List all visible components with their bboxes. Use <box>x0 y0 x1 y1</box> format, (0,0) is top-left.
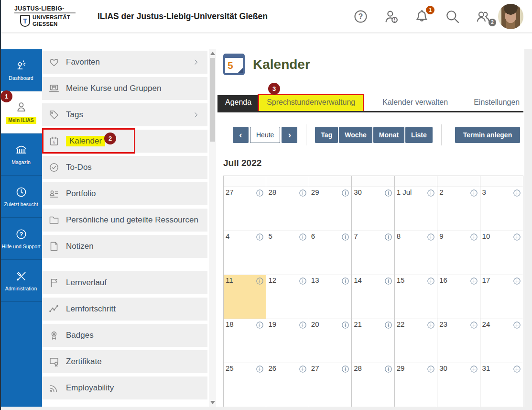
menu-item-meine-kurse-und-gruppen[interactable]: Meine Kurse und Gruppen <box>42 77 207 100</box>
add-appointment-icon[interactable] <box>426 321 435 330</box>
calendar-day-8[interactable]: 8 <box>395 231 437 275</box>
add-appointment-icon[interactable] <box>298 321 307 330</box>
header-help-icon[interactable]: ? <box>352 8 369 25</box>
tab-kalender-verwalten[interactable]: Kalender verwalten <box>375 95 456 111</box>
calendar-day-12[interactable]: 12 <box>266 275 309 319</box>
rail-item-administration[interactable]: Administration <box>0 260 42 302</box>
calendar-day-28[interactable]: 28 <box>352 363 394 407</box>
rail-item-zuletzt-besucht[interactable]: Zuletzt besucht <box>0 176 42 218</box>
menu-item-tags[interactable]: Tags <box>42 103 207 126</box>
calendar-day-5[interactable]: 5 <box>266 231 309 275</box>
rail-item-magazin[interactable]: Magazin <box>0 133 42 176</box>
calendar-day-13[interactable]: 13 <box>309 275 352 319</box>
add-appointment-icon[interactable] <box>469 188 478 198</box>
add-appointment-icon[interactable] <box>298 277 307 286</box>
calendar-day-4[interactable]: 4 <box>224 231 266 275</box>
add-appointment-icon[interactable] <box>384 188 393 198</box>
view-button-monat[interactable]: Monat <box>373 127 404 143</box>
menu-item-portfolio[interactable]: Portfolio <box>42 182 207 205</box>
add-appointment-icon[interactable] <box>469 365 478 374</box>
add-appointment-icon[interactable] <box>512 277 521 286</box>
add-appointment-icon[interactable] <box>341 233 350 242</box>
calendar-day-30[interactable]: 30 <box>352 187 394 231</box>
menu-item-lernverlauf[interactable]: Lernverlauf <box>42 271 207 294</box>
add-appointment-icon[interactable] <box>384 277 393 286</box>
header-notifications-icon[interactable]: 1 <box>413 8 430 25</box>
tab-agenda[interactable]: Agenda <box>217 95 259 111</box>
add-appointment-icon[interactable] <box>426 277 435 286</box>
menu-item-employability[interactable]: Employability <box>42 377 207 399</box>
add-appointment-icon[interactable] <box>255 233 264 242</box>
rail-item-hilfe-und-support[interactable]: ? Hilfe und Support <box>0 218 42 260</box>
add-appointment-icon[interactable] <box>512 321 521 330</box>
add-appointment-icon[interactable] <box>255 277 264 286</box>
calendar-day-27[interactable]: 27 <box>309 363 352 407</box>
add-appointment-icon[interactable] <box>384 233 393 242</box>
calendar-day-31[interactable]: 31 <box>480 363 523 407</box>
add-appointment-icon[interactable] <box>512 188 521 198</box>
calendar-day-16[interactable]: 16 <box>437 275 480 319</box>
calendar-day-26[interactable]: 26 <box>266 363 309 407</box>
calendar-day-28[interactable]: 28 <box>266 187 309 231</box>
calendar-day-29[interactable]: 29 <box>309 187 352 231</box>
add-appointment-icon[interactable] <box>298 233 307 242</box>
view-button-liste[interactable]: Liste <box>405 127 433 143</box>
menu-item-to-dos[interactable]: To-Dos <box>42 156 207 179</box>
header-contacts-awareness-icon[interactable]: ! <box>383 8 400 25</box>
menu-item-kalender[interactable]: 6 Kalender <box>42 130 207 153</box>
tab-einstellungen[interactable]: Einstellungen <box>466 95 524 111</box>
menu-item-badges[interactable]: Badges <box>42 324 207 347</box>
today-button[interactable]: Heute <box>250 127 280 143</box>
calendar-day-6[interactable]: 6 <box>309 231 352 275</box>
add-appointment-icon[interactable] <box>426 188 435 198</box>
add-appointment-icon[interactable] <box>469 277 478 286</box>
add-appointment-icon[interactable] <box>384 365 393 374</box>
calendar-day-14[interactable]: 14 <box>352 275 394 319</box>
rail-item-dashboard[interactable]: Dashboard <box>0 49 42 91</box>
add-appointment-icon[interactable] <box>341 321 350 330</box>
header-search-icon[interactable] <box>444 8 461 25</box>
user-avatar[interactable] <box>498 4 523 29</box>
tab-sprechstundenverwaltung[interactable]: Sprechstundenverwaltung <box>259 95 363 111</box>
calendar-day-24[interactable]: 24 <box>480 319 523 363</box>
add-appointment-icon[interactable] <box>426 365 435 374</box>
menu-item-persönliche-und-geteilte-ressourcen[interactable]: Persönliche und geteilte Ressourcen <box>42 209 207 232</box>
calendar-day-9[interactable]: 9 <box>437 231 480 275</box>
menu-scrollbar[interactable] <box>209 49 216 407</box>
header-online-users-icon[interactable]: 2 <box>475 8 491 25</box>
calendar-day-11[interactable]: 11 <box>224 275 266 319</box>
calendar-day-7[interactable]: 7 <box>352 231 394 275</box>
calendar-day-30[interactable]: 30 <box>437 363 480 407</box>
menu-item-zertifikate[interactable]: Zertifikate <box>42 350 207 373</box>
add-appointment-icon[interactable] <box>426 233 435 242</box>
add-appointment-icon[interactable] <box>298 188 307 198</box>
add-appointment-icon[interactable] <box>469 233 478 242</box>
next-period-button[interactable]: › <box>282 127 297 143</box>
calendar-day-25[interactable]: 25 <box>224 363 266 407</box>
calendar-day-18[interactable]: 18 <box>224 319 266 363</box>
scrollbar-thumb[interactable] <box>210 58 215 142</box>
calendar-day-19[interactable]: 19 <box>266 319 309 363</box>
calendar-day-27[interactable]: 27 <box>224 187 266 231</box>
add-appointment-icon[interactable] <box>512 233 521 242</box>
add-appointment-icon[interactable] <box>255 365 264 374</box>
menu-item-notizen[interactable]: Notizen <box>42 235 207 258</box>
menu-item-lernfortschritt[interactable]: Lernfortschritt <box>42 298 207 321</box>
add-appointment-icon[interactable] <box>341 188 350 198</box>
add-appointment-icon[interactable] <box>469 321 478 330</box>
calendar-day-15[interactable]: 15 <box>395 275 437 319</box>
calendar-day-17[interactable]: 17 <box>480 275 523 319</box>
add-appointment-icon[interactable] <box>341 365 350 374</box>
calendar-day-20[interactable]: 20 <box>309 319 352 363</box>
add-appointment-icon[interactable] <box>512 365 521 374</box>
calendar-day-1-Jul[interactable]: 1 Jul <box>395 187 437 231</box>
calendar-day-10[interactable]: 10 <box>480 231 523 275</box>
add-appointment-icon[interactable] <box>255 188 264 198</box>
scrollbar-down-arrow[interactable] <box>210 401 215 404</box>
calendar-day-2[interactable]: 2 <box>437 187 480 231</box>
calendar-day-23[interactable]: 23 <box>437 319 480 363</box>
calendar-day-29[interactable]: 29 <box>395 363 437 407</box>
add-appointment-icon[interactable] <box>341 277 350 286</box>
add-appointment-icon[interactable] <box>298 365 307 374</box>
view-button-woche[interactable]: Woche <box>339 127 372 143</box>
